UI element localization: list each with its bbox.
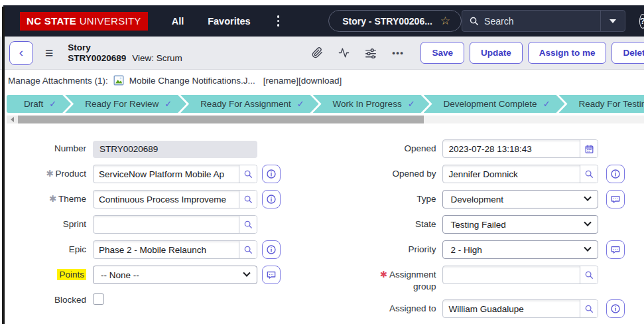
type-label: Type [375, 190, 436, 205]
blocked-label: Blocked [0, 291, 86, 306]
product-input[interactable] [94, 165, 239, 183]
context-tab-label: Story - STRY00206... [342, 16, 432, 27]
priority-label: Priority [375, 240, 436, 256]
assign-to-me-button[interactable]: Assign to me [528, 42, 607, 64]
epic-input[interactable] [94, 241, 239, 258]
required-icon: ✱ [49, 194, 56, 204]
product-info-button[interactable] [262, 165, 281, 183]
opened-by-lookup-button[interactable] [580, 165, 598, 183]
priority-select[interactable]: 2 - High [442, 240, 598, 259]
points-label: Points [0, 266, 86, 281]
search-input[interactable] [484, 16, 600, 27]
check-icon: ✓ [408, 99, 415, 109]
toolbar-actions: ••• Save Update Assign to me Delete [312, 42, 644, 64]
scroll-left-arrow[interactable] [7, 116, 18, 123]
epic-lookup-button[interactable] [239, 241, 257, 258]
type-selected-value: Development [450, 195, 503, 204]
stage-ready-for-review[interactable]: Ready For Review✓ [65, 95, 186, 113]
context-tab-story[interactable]: Story - STRY00206... ☆ [328, 10, 462, 32]
form-context-menu-icon[interactable]: ≡ [45, 46, 53, 60]
search-icon [469, 16, 479, 26]
more-options-icon[interactable]: ••• [392, 48, 404, 58]
stage-scrollbar[interactable] [7, 116, 644, 123]
attachment-file-name[interactable]: Mobile Change Notifications.J... [129, 76, 255, 86]
rename-attachment-link[interactable]: [rename] [263, 76, 298, 86]
assigned-to-field [442, 299, 598, 318]
record-number: STRY0020689 [68, 53, 126, 63]
priority-annotation-button[interactable] [606, 240, 625, 259]
stage-draft[interactable]: Draft✓ [7, 95, 71, 113]
theme-lookup-button[interactable] [239, 191, 257, 208]
assigned-to-info-button[interactable] [606, 299, 625, 318]
view-label: View: Scrum [132, 53, 182, 63]
stage-work-in-progress[interactable]: Work In Progress✓ [313, 95, 430, 113]
download-attachment-link[interactable]: [download] [298, 76, 342, 86]
sprint-lookup-button[interactable] [239, 216, 257, 233]
theme-info-button[interactable] [262, 190, 281, 208]
epic-field [93, 240, 257, 259]
opened-by-info-button[interactable] [606, 165, 625, 183]
product-field [93, 165, 257, 183]
favorite-star-icon[interactable]: ☆ [440, 15, 450, 27]
record-type-title: Story [68, 42, 182, 53]
opened-field [442, 139, 598, 158]
theme-label: ✱Theme [0, 190, 86, 205]
nav-favorites[interactable]: Favorites [208, 16, 250, 27]
sprint-input[interactable] [94, 216, 239, 233]
product-lookup-button[interactable] [239, 165, 257, 183]
calendar-icon[interactable] [580, 140, 598, 157]
points-annotation-button[interactable] [262, 266, 281, 284]
required-icon: ✱ [380, 270, 387, 280]
sprint-field [93, 215, 257, 234]
points-select[interactable]: -- None -- [93, 266, 257, 284]
assigned-to-input[interactable] [443, 300, 580, 317]
search-scope-dropdown[interactable] [600, 11, 625, 31]
global-search[interactable] [462, 10, 625, 32]
story-form: Number STRY0020689 ✱Product ✱Theme [0, 139, 644, 324]
state-select[interactable]: Testing Failed [442, 215, 598, 234]
check-icon: ✓ [543, 99, 550, 109]
opened-input[interactable] [443, 140, 580, 157]
stage-development-complete[interactable]: Development Complete✓ [424, 95, 565, 113]
epic-info-button[interactable] [262, 240, 281, 259]
logo-secondary-text: UNIVERSITY [80, 15, 141, 27]
opened-by-label: Opened by [375, 165, 436, 180]
type-annotation-button[interactable] [606, 190, 625, 208]
nc-state-logo[interactable]: NC STATE UNIVERSITY [20, 12, 148, 31]
assignment-group-field [442, 266, 598, 284]
field-row-epic: Epic [0, 240, 322, 259]
back-button[interactable]: ‹ [9, 41, 33, 65]
chevron-down-icon [243, 270, 250, 277]
assigned-to-label: Assigned to [375, 299, 436, 315]
assignment-group-input[interactable] [443, 266, 580, 284]
stage-ready-for-assignment[interactable]: Ready For Assignment✓ [180, 95, 318, 113]
theme-input[interactable] [94, 191, 239, 208]
type-select[interactable]: Development [442, 190, 598, 208]
opened-by-input[interactable] [443, 165, 580, 183]
delete-button[interactable]: Delete [612, 42, 644, 64]
personalize-form-sliders-icon[interactable] [365, 48, 377, 58]
help-icon[interactable]: ? [639, 14, 644, 29]
number-value: STRY0020689 [93, 141, 257, 158]
stage-ready-for-testing[interactable]: Ready For Testing✓ [559, 95, 644, 113]
record-toolbar: ‹ ≡ Story STRY0020689View: Scrum ••• Sav… [0, 37, 644, 70]
check-icon: ✓ [164, 99, 172, 109]
opened-by-field [442, 165, 598, 183]
attachments-row: Manage Attachments (1): Mobile Change No… [0, 70, 644, 91]
chevron-down-icon [610, 19, 616, 23]
activity-stream-icon[interactable] [338, 47, 350, 58]
attachment-paperclip-icon[interactable] [312, 47, 323, 58]
save-button[interactable]: Save [420, 42, 464, 64]
update-button[interactable]: Update [470, 42, 523, 64]
assigned-to-lookup-button[interactable] [580, 300, 598, 317]
field-row-opened: Opened [375, 139, 644, 158]
more-menus-icon[interactable] [275, 13, 283, 29]
field-row-theme: ✱Theme [0, 190, 322, 208]
nav-all[interactable]: All [172, 16, 184, 27]
assignment-group-lookup-button[interactable] [580, 266, 598, 284]
blocked-checkbox[interactable] [93, 293, 104, 305]
scrollbar-thumb[interactable] [18, 116, 424, 123]
check-icon: ✓ [297, 99, 304, 109]
chevron-down-icon [584, 244, 592, 252]
manage-attachments-label[interactable]: Manage Attachments (1): [8, 76, 108, 86]
